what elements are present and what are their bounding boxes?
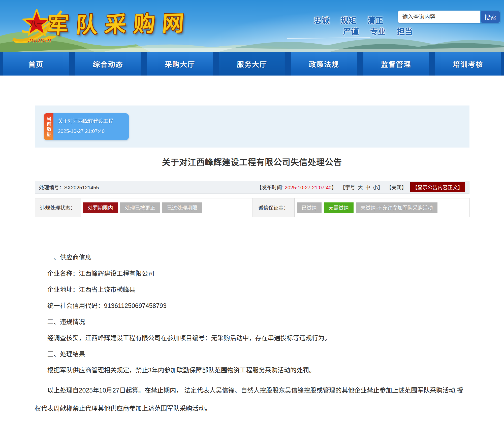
meta-actions: 【发布时间: 2025-10-27 21:07:40】 【字号大中小】 【关闭】…: [253, 182, 465, 192]
section-heading-result: 三、处理结果: [35, 349, 469, 359]
publish-time-value: 2025-10-27 21:07:40: [285, 185, 332, 190]
nav-item-policies[interactable]: 政策法规: [291, 52, 357, 76]
font-size-small-button[interactable]: 小: [373, 185, 378, 190]
paragraph-company-name: 企业名称：江西峰辉建设工程有限公司: [35, 268, 469, 278]
deposit-badge-paid[interactable]: 已缴纳: [297, 202, 322, 213]
deposit-badge-unpaid-banned[interactable]: 未缴纳-不允许参加军队采购活动: [356, 202, 438, 213]
main-content: 当前数据 关于对江西峰辉建设工程 2025-10-27 21:07:40 关于对…: [35, 105, 469, 417]
search-button[interactable]: 搜索: [481, 11, 500, 23]
paragraph-credit-code: 统一社会信用代码：913611250697458793: [35, 301, 469, 311]
publish-time-suffix: 】: [332, 185, 337, 190]
meta-bar: 处理编号：SX2025121455 【发布时间: 2025-10-27 21:0…: [35, 181, 469, 194]
slogan-rigor: 严谨: [343, 27, 359, 36]
paragraph-penalty-scope: 以上处理自2025年10月27日起算。在禁止期内， 法定代表人吴信锋、自然人控股…: [35, 381, 469, 417]
font-size-large-button[interactable]: 大: [358, 185, 363, 190]
status-badge-corrected[interactable]: 处理已被更正: [120, 202, 160, 213]
nav-item-service-hall[interactable]: 服务大厅: [219, 52, 285, 76]
deposit-status-label: 诚信保证金：: [253, 198, 295, 217]
slogan-row-2: 严谨 专业 担当: [343, 25, 422, 37]
current-data-title: 关于对江西峰辉建设工程: [58, 117, 124, 124]
current-data-card[interactable]: 当前数据 关于对江西峰辉建设工程 2025-10-27 21:07:40: [44, 113, 129, 140]
site-title: 军队采购网: [46, 5, 192, 39]
process-number-value: SX2025121455: [64, 185, 99, 190]
status-badge-period-expired[interactable]: 已过处理期限: [162, 202, 202, 213]
paragraph-penalty: 根据军队供应商管理相关规定，禁止3年内参加联勤保障部队范围物资工程服务采购活动的…: [35, 365, 469, 375]
nav-item-home[interactable]: 首页: [3, 52, 69, 76]
status-badge-within-penalty-period[interactable]: 处罚期限内: [83, 202, 118, 213]
site-header: 八一 JUNDUI 军队采购网 忠诚 规矩 清正 严谨 专业 担当 搜索: [0, 0, 504, 52]
section-heading-supplier-info: 一、供应商信息: [35, 252, 469, 262]
font-size-medium-button[interactable]: 中: [365, 185, 370, 190]
logo-star-text: 八一: [30, 20, 44, 28]
search-input[interactable]: [398, 11, 480, 23]
current-data-body: 关于对江西峰辉建设工程 2025-10-27 21:07:40: [53, 113, 129, 140]
slogan-professional: 专业: [370, 27, 386, 36]
status-row: 违规处理状态： 处罚期限内 处理已被更正 已过处理期限 诚信保证金： 已缴纳 无…: [35, 198, 469, 217]
nav-item-training[interactable]: 培训考核: [435, 52, 501, 76]
slogan-rules: 规矩: [341, 16, 356, 25]
publish-time: 【发布时间: 2025-10-27 21:07:40】: [257, 184, 337, 191]
section-heading-violation: 二、违规情况: [35, 317, 469, 327]
paragraph-company-address: 企业地址：江西省上饶市横峰县: [35, 285, 469, 295]
close-button[interactable]: 【关闭】: [387, 184, 407, 191]
show-announcement-body-button[interactable]: 【显示公告内容正文】: [410, 182, 465, 192]
deposit-badge-not-required[interactable]: 无需缴纳: [324, 202, 354, 213]
slogan-loyalty: 忠诚: [314, 16, 329, 25]
paragraph-violation-details: 经调查核实，江西峰辉建设工程有限公司在参加项目编号：无采购活动中，存在串通投标等…: [35, 333, 469, 343]
publish-time-prefix: 【发布时间:: [257, 185, 285, 190]
process-number: 处理编号：SX2025121455: [39, 184, 99, 191]
nav-item-news[interactable]: 综合动态: [75, 52, 141, 76]
slogan-integrity: 清正: [367, 16, 383, 25]
deposit-status-badges: 已缴纳 无需缴纳 未缴纳-不允许参加军队采购活动: [295, 198, 469, 217]
nav-item-supervision[interactable]: 监督管理: [363, 52, 429, 76]
font-size-control: 【字号大中小】: [340, 184, 383, 191]
font-size-label: 【字号: [340, 185, 355, 190]
process-number-label: 处理编号：: [39, 185, 64, 190]
main-nav: 首页 综合动态 采购大厅 服务大厅 政策法规 监督管理 培训考核: [0, 52, 504, 76]
violation-status-badges: 处罚期限内 处理已被更正 已过处理期限: [81, 198, 253, 217]
font-size-suffix: 】: [378, 185, 383, 190]
slogan-row-1: 忠诚 规矩 清正: [314, 14, 392, 25]
page-title: 关于对江西峰辉建设工程有限公司失信处理公告: [35, 156, 469, 168]
search-box: 搜索: [398, 11, 500, 23]
current-data-tab: 当前数据: [44, 113, 53, 140]
announcement-body: 一、供应商信息 企业名称：江西峰辉建设工程有限公司 企业地址：江西省上饶市横峰县…: [35, 252, 469, 417]
current-data-timestamp: 2025-10-27 21:07:40: [58, 128, 124, 134]
violation-status-label: 违规处理状态：: [35, 198, 81, 217]
nav-item-procurement-hall[interactable]: 采购大厅: [147, 52, 213, 76]
slogan-responsibility: 担当: [397, 27, 413, 36]
current-data-strip: 当前数据 关于对江西峰辉建设工程 2025-10-27 21:07:40: [35, 105, 469, 148]
